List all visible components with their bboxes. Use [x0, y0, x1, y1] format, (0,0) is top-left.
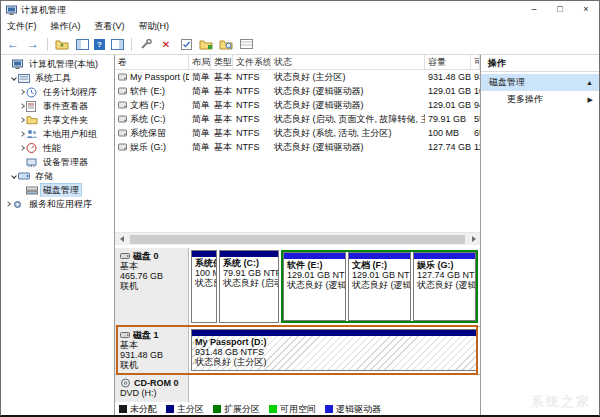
up-folder-icon[interactable] [54, 37, 70, 52]
delete-volume-icon[interactable]: ✕ [158, 37, 174, 52]
disk-0-type: 基本 [120, 261, 185, 271]
partition-system-reserved[interactable]: 系统保留100 MB NTFS状态良好 (系统 [191, 250, 217, 323]
actions-pane: 操作 磁盘管理 ▲ 更多操作 ▶ [481, 55, 599, 415]
partition-entertainment-g[interactable]: 娱乐 (G:)127.74 GB NTI状态良好 (逻辑 [413, 252, 476, 321]
cdrom-0-row: CD-ROM 0 DVD (H:) [115, 375, 480, 402]
expander-down-icon[interactable] [9, 76, 18, 80]
tree-item-services-applications[interactable]: 服务和应用程序 [1, 197, 114, 211]
expander-right-icon[interactable] [17, 146, 26, 150]
submenu-arrow-icon: ▶ [588, 96, 593, 104]
volume-row[interactable]: 娱乐 (G:) 简单基本NTFS状态良好 (逻辑驱动器)127.74 GB11 [115, 140, 480, 154]
explore-folder-icon[interactable] [218, 37, 234, 52]
extended-color-swatch [213, 405, 221, 413]
disk-0-row: 磁盘 0 基本 465.76 GB 联机 系统保留100 MB NTFS状态良好… [115, 248, 480, 327]
col-capacity[interactable]: 容量 [425, 55, 471, 69]
forward-icon[interactable]: → [25, 37, 41, 52]
disk-1-row: 磁盘 1 基本 931.48 GB 联机 My Passport (D:)931… [115, 327, 480, 375]
col-filesystem[interactable]: 文件系统 [233, 55, 271, 69]
open-folder-icon[interactable] [198, 37, 214, 52]
disk-1-info[interactable]: 磁盘 1 基本 931.48 GB 联机 [115, 327, 189, 374]
computer-management-window: 计算机管理 – □ × 文件(F) 操作(A) 查看(V) 帮助(H) ← → … [0, 0, 600, 417]
window-title: 计算机管理 [21, 4, 66, 17]
menu-help[interactable]: 帮助(H) [139, 20, 170, 33]
local-users-icon [26, 129, 38, 140]
col-type[interactable]: 类型 [211, 55, 233, 69]
horizontal-scrollbar[interactable] [115, 232, 480, 245]
disk-0-status: 联机 [120, 281, 185, 291]
drive-icon [118, 73, 127, 81]
tree-item-label: 服务和应用程序 [27, 198, 94, 211]
cdrom-0-info[interactable]: CD-ROM 0 DVD (H:) [115, 375, 189, 402]
app-icon [6, 5, 17, 16]
partition-software-e[interactable]: 软件 (E:)129.01 GB NT状态良好 (逻辑 [283, 252, 346, 321]
menu-view[interactable]: 查看(V) [95, 20, 125, 33]
volume-row[interactable]: 软件 (E:) 简单基本NTFS状态良好 (逻辑驱动器)129.01 GB10 [115, 84, 480, 98]
volume-row[interactable]: 系统保留 简单基本NTFS状态良好 (系统, 活动, 主分区)100 MB65 [115, 126, 480, 140]
toolbar-separator [131, 38, 132, 51]
more-actions-item[interactable]: 更多操作 ▶ [481, 91, 599, 108]
tree-item-performance[interactable]: 性能 [1, 141, 114, 155]
tree-item-disk-management[interactable]: 磁盘管理 [1, 183, 114, 197]
tree-item-event-viewer[interactable]: 事件查看器 [1, 99, 114, 113]
tree-item-local-users-groups[interactable]: 本地用户和组 [1, 127, 114, 141]
partition-my-passport-d[interactable]: My Passport (D:)931.48 GB NTFS状态良好 (主分区) [191, 329, 478, 371]
partition-documents-f[interactable]: 文档 (F:)129.01 GB NTI状态良好 (逻辑 [348, 252, 411, 321]
tree-item-label: 任务计划程序 [41, 86, 99, 99]
volume-row[interactable]: 文档 (F:) 简单基本NTFS状态良好 (逻辑驱动器)129.01 GB94 [115, 98, 480, 112]
logical-drive-color-swatch [325, 405, 333, 413]
menu-file[interactable]: 文件(F) [7, 20, 37, 33]
console-tree-icon[interactable] [74, 37, 90, 52]
collapse-icon[interactable]: ▲ [586, 79, 593, 86]
disk-management-icon [26, 185, 38, 196]
console-tree-pane: 计算机管理(本地) 系统工具 任务计划程序 事件查看器 共享文件夹 [1, 55, 115, 415]
legend-logical-drive: 逻辑驱动器 [325, 403, 381, 416]
partition-system-c[interactable]: 系统 (C:)79.91 GB NTF状态良好 (启动 [219, 250, 279, 323]
expander-right-icon[interactable] [17, 90, 26, 94]
task-scheduler-icon [26, 87, 38, 98]
help-icon[interactable]: ? [94, 39, 105, 50]
title-bar: 计算机管理 – □ × [1, 1, 599, 19]
col-layout[interactable]: 布局 [189, 55, 211, 69]
storage-icon [18, 171, 30, 182]
volume-row[interactable]: 系统 (C:) 简单基本NTFS状态良好 (启动, 页面文件, 故障转储, 主分… [115, 112, 480, 126]
disk-0-size: 465.76 GB [120, 271, 185, 281]
col-free-space[interactable]: 可用空间 [471, 55, 480, 69]
expander-right-icon[interactable] [17, 132, 26, 136]
tree-item-device-manager[interactable]: 设备管理器 [1, 155, 114, 169]
drive-icon [118, 143, 127, 151]
scroll-right-icon[interactable] [467, 233, 480, 246]
expander-right-icon[interactable] [17, 104, 26, 108]
scrollbar-thumb[interactable] [130, 235, 465, 244]
volume-list: 卷 布局 类型 文件系统 状态 容量 可用空间 My Passport (D:)… [115, 55, 480, 232]
expander-right-icon[interactable] [3, 202, 12, 206]
tree-item-label: 事件查看器 [41, 100, 90, 113]
expander-right-icon[interactable] [17, 118, 26, 122]
col-status[interactable]: 状态 [271, 55, 425, 69]
action-pane-icon[interactable] [109, 37, 125, 52]
tree-item-computer-management[interactable]: 计算机管理(本地) [1, 57, 114, 71]
back-icon[interactable]: ← [5, 37, 21, 52]
legend-extended-partition: 扩展分区 [213, 403, 260, 416]
panel-view-icon[interactable] [238, 37, 254, 52]
tree-item-label: 设备管理器 [41, 156, 90, 169]
scroll-left-icon[interactable] [115, 233, 128, 246]
wrench-icon[interactable] [138, 37, 154, 52]
minimize-button[interactable]: – [521, 1, 547, 19]
col-volume[interactable]: 卷 [115, 55, 189, 69]
actions-group-disk-management[interactable]: 磁盘管理 ▲ [481, 74, 599, 91]
volume-row[interactable]: My Passport (D:) 简单基本NTFS状态良好 (主分区)931.4… [115, 70, 480, 84]
menu-action[interactable]: 操作(A) [51, 20, 81, 33]
legend-unallocated: 未分配 [119, 403, 157, 416]
primary-color-swatch [166, 405, 174, 413]
tree-item-system-tools[interactable]: 系统工具 [1, 71, 114, 85]
disk-0-info[interactable]: 磁盘 0 基本 465.76 GB 联机 [115, 248, 189, 326]
toolbar: ← → ? ✕ [1, 34, 599, 55]
maximize-button[interactable]: □ [547, 1, 573, 19]
tree-item-task-scheduler[interactable]: 任务计划程序 [1, 85, 114, 99]
legend-primary-partition: 主分区 [166, 403, 204, 416]
tree-item-shared-folders[interactable]: 共享文件夹 [1, 113, 114, 127]
tree-item-storage[interactable]: 存储 [1, 169, 114, 183]
properties-icon[interactable] [178, 37, 194, 52]
close-button[interactable]: × [573, 1, 599, 19]
expander-down-icon[interactable] [9, 174, 18, 178]
